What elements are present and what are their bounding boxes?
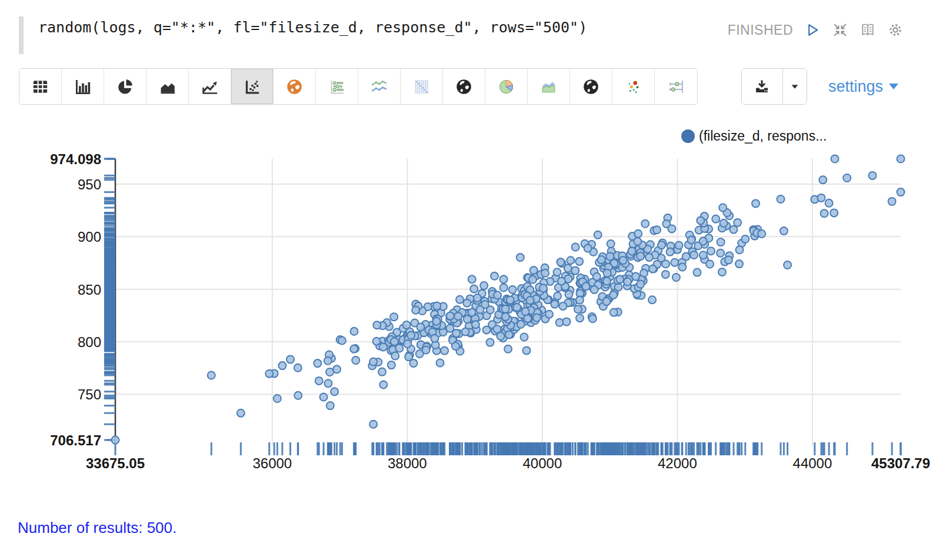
svg-text:900: 900	[78, 229, 101, 245]
chart-type-matrix[interactable]	[401, 69, 443, 104]
globe-dark-icon	[455, 78, 473, 96]
scatter-chart-icon	[243, 78, 261, 96]
settings-toggle[interactable]: settings	[828, 78, 899, 96]
run-icon[interactable]	[804, 22, 821, 38]
chart-type-group	[19, 68, 698, 105]
pie-pastel-icon	[497, 78, 515, 96]
chart-type-scatter[interactable]	[231, 69, 274, 104]
toolbar-right-controls: settings	[741, 68, 899, 105]
svg-text:750: 750	[78, 386, 101, 402]
chart-type-area[interactable]	[146, 69, 189, 104]
svg-text:38000: 38000	[388, 455, 427, 471]
chart-type-bubble[interactable]	[316, 69, 358, 104]
multi-line-icon	[370, 78, 388, 96]
pie-chart-icon	[116, 78, 134, 96]
scatter-plot-canvas[interactable]: 974.098706.51775080085090095036000380004…	[0, 111, 946, 480]
chart-type-globe-dark[interactable]	[443, 69, 485, 104]
caret-down-icon	[788, 80, 801, 93]
svg-text:45307.79: 45307.79	[871, 455, 930, 471]
sliders-icon	[667, 78, 685, 96]
code-line[interactable]: random(logs, q="*:*", fl="filesize_d, re…	[19, 16, 587, 54]
matrix-icon	[412, 78, 431, 96]
dots-colorful-icon	[624, 78, 642, 96]
chart-area: 974.098706.51775080085090095036000380004…	[0, 111, 946, 480]
book-icon[interactable]	[860, 22, 876, 38]
chart-type-pie-pastel[interactable]	[485, 69, 528, 104]
globe-orange-icon	[285, 78, 304, 96]
area-pastel-icon	[539, 78, 558, 96]
svg-text:950: 950	[78, 176, 101, 192]
download-button[interactable]	[742, 69, 783, 104]
download-options-button[interactable]	[783, 69, 807, 104]
svg-text:36000: 36000	[252, 455, 292, 471]
visualization-toolbar: settings	[0, 54, 946, 105]
download-split-button	[741, 68, 807, 105]
svg-text:706.517: 706.517	[50, 432, 101, 448]
chart-type-line[interactable]	[189, 69, 231, 104]
download-icon	[753, 78, 771, 95]
chart-type-area-pastel[interactable]	[528, 69, 570, 104]
chart-legend[interactable]: (filesize_d, respons...	[681, 128, 827, 144]
bubble-chart-icon	[328, 78, 346, 96]
query-text[interactable]: random(logs, q="*:*", fl="filesize_d, re…	[38, 16, 587, 54]
chart-type-sliders[interactable]	[655, 69, 697, 104]
chart-type-map-orange[interactable]	[274, 69, 316, 104]
svg-text:40000: 40000	[522, 455, 562, 471]
settings-label: settings	[828, 78, 883, 96]
svg-text:44000: 44000	[793, 455, 832, 471]
globe-dark-icon	[582, 78, 600, 96]
editor-gutter	[19, 16, 24, 54]
svg-text:974.098: 974.098	[50, 151, 101, 167]
svg-text:33675.05: 33675.05	[86, 455, 145, 471]
legend-marker-icon	[681, 129, 695, 143]
area-chart-icon	[158, 78, 176, 96]
gear-icon[interactable]	[887, 22, 904, 38]
chart-type-multi-line[interactable]	[358, 69, 401, 104]
legend-label: (filesize_d, respons...	[699, 128, 827, 144]
paragraph-editor: random(logs, q="*:*", fl="filesize_d, re…	[0, 0, 946, 54]
table-icon	[31, 78, 49, 96]
svg-text:800: 800	[78, 334, 101, 350]
chart-type-pie[interactable]	[104, 69, 146, 104]
caret-down-icon	[888, 82, 899, 91]
line-chart-icon	[201, 78, 219, 96]
chart-type-bar[interactable]	[62, 69, 104, 104]
results-count: Number of results: 500.	[18, 519, 946, 537]
paragraph-controls: FINISHED	[728, 16, 904, 38]
status-badge: FINISHED	[728, 22, 793, 38]
svg-text:42000: 42000	[658, 455, 697, 471]
chart-type-scatter-color[interactable]	[612, 69, 655, 104]
collapse-icon[interactable]	[832, 22, 848, 38]
svg-text:850: 850	[78, 282, 101, 298]
bar-chart-icon	[74, 78, 92, 96]
chart-type-table[interactable]	[19, 69, 62, 104]
chart-type-globe-dark-2[interactable]	[570, 69, 612, 104]
